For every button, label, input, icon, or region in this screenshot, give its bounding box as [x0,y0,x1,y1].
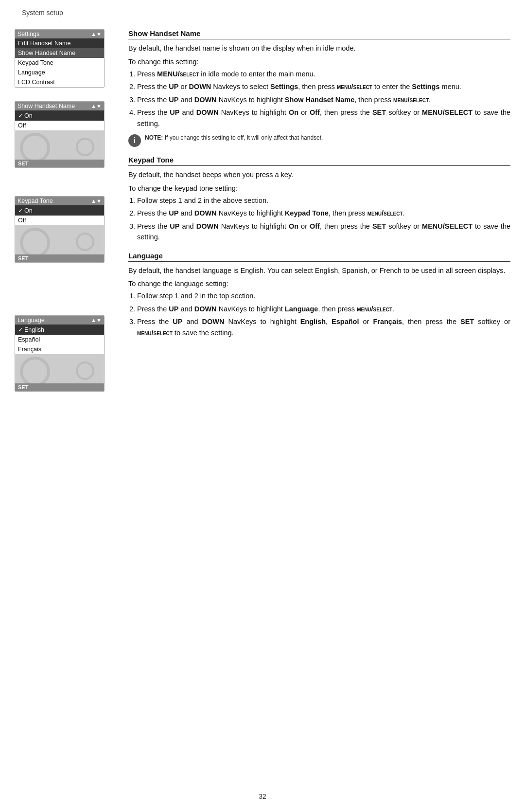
keypad-tone-off: Off [15,216,104,225]
kt-bold-keypad: Keypad Tone [285,209,329,217]
show-handset-title: Show Handset Name ▲▼ [15,102,104,110]
language-espanol: Español [15,335,104,344]
keypad-tone-step-3: Press the UP and DOWN NavKeys to highlig… [137,221,510,243]
kt-bold-down: DOWN [194,209,217,217]
settings-screen: Settings ▲▼ Edit Handset Name Show Hands… [15,29,105,88]
language-steps: Follow step 1 and 2 in the top section. … [137,290,510,338]
bold-down: DOWN [189,83,211,90]
note-label: NOTE: [145,134,165,141]
settings-title-label: Settings [18,31,39,37]
language-english: English [15,325,104,335]
show-handset-title-label: Show Handset Name [18,103,75,109]
keypad-tone-title: Keypad Tone ▲▼ [15,197,104,205]
language-section-title: Language [128,252,510,262]
bold-up3: UP [170,108,179,116]
settings-item-show: Show Handset Name [15,48,104,58]
kt-bold-down2: DOWN [196,222,219,230]
lang-smallcaps: menu/select [357,305,392,313]
show-handset-body: By default, the handset name is shown on… [128,43,510,54]
settings-item-lcd: LCD Contrast [15,77,104,87]
bold-down2: DOWN [194,96,217,104]
language-title-label: Language [18,317,45,324]
language-arrow-icon: ▲▼ [91,317,102,323]
language-step-3: Press the UP and DOWN NavKeys to highlig… [137,316,510,338]
bold-menu: MENU/select [157,70,199,78]
show-handset-steps: Press MENU/select in idle mode to enter … [137,69,510,129]
settings-arrow-icon: ▲▼ [91,31,102,37]
show-handset-off: Off [15,121,104,130]
bold-up: UP [169,83,178,90]
show-handset-decor [15,130,104,160]
smallcaps-menu-select2: menu/select [393,96,429,104]
language-decor [15,354,104,383]
language-body: By default, the handset language is Engl… [128,266,510,276]
lang-smallcaps-menu-select: menu/select [137,329,173,337]
settings-item-language: Language [15,68,104,77]
keypad-tone-section-title: Keypad Tone [128,156,510,166]
keypad-tone-step-1: Follow steps 1 and 2 in the above sectio… [137,195,510,206]
settings-item-keypad: Keypad Tone [15,58,104,68]
note-icon: i [128,134,141,147]
show-handset-step-1: Press MENU/select in idle mode to enter … [137,69,510,79]
keypad-tone-screen: Keypad Tone ▲▼ On Off SET [15,196,105,263]
language-softkey: SET [15,383,104,391]
smallcaps-select: SELECT [445,108,472,116]
bold-show-handset: Show Handset Name [285,96,354,104]
bold-settings2: Settings [412,83,439,90]
show-handset-screen: Show Handset Name ▲▼ On Off SET [15,101,105,168]
left-column: Settings ▲▼ Edit Handset Name Show Hands… [15,29,112,394]
language-screen: Language ▲▼ English Español Français SET [15,315,105,392]
lang-bold-up2: UP [173,318,182,325]
show-handset-intro: To change this setting: [128,58,510,66]
language-title: Language ▲▼ [15,316,104,325]
keypad-tone-softkey: SET [15,254,104,262]
keypad-tone-body: By default, the handset beeps when you p… [128,170,510,180]
kt-bold-on: On [289,222,298,230]
note-content: If you change this setting to off, it wi… [165,134,323,141]
lang-bold-language: Language [285,305,318,313]
show-handset-section-title: Show Handset Name [128,29,510,39]
language-section: Language By default, the handset languag… [128,252,510,339]
kt-bold-menu: MENU/ [422,222,445,230]
lang-bold-set: SET [460,318,474,325]
keypad-tone-on: On [15,205,104,216]
bold-off: Off [310,108,320,116]
bold-on: On [289,108,298,116]
language-step-2: Press the UP and DOWN NavKeys to highlig… [137,304,510,314]
language-step-1: Follow step 1 and 2 in the top section. [137,290,510,301]
bold-menu2: MENU/ [422,108,445,116]
page-header: System setup [22,9,63,17]
show-handset-step-2: Press the UP or DOWN Navkeys to select S… [137,81,510,92]
lang-bold-down2: DOWN [202,318,225,325]
keypad-tone-steps: Follow steps 1 and 2 in the above sectio… [137,195,510,243]
keypad-tone-arrow-icon: ▲▼ [91,198,102,204]
kt-smallcaps: menu/select [368,209,403,217]
keypad-tone-title-label: Keypad Tone [18,198,53,204]
kt-bold-off: Off [310,222,320,230]
kt-bold-up: UP [169,209,178,217]
kt-smallcaps-select: SELECT [445,222,472,230]
lang-bold-espanol: Español [332,318,359,325]
settings-item-edit: Edit Handset Name [15,38,104,48]
show-handset-step-4: Press the UP and DOWN NavKeys to highlig… [137,107,510,129]
show-handset-section: Show Handset Name By default, the handse… [128,29,510,147]
keypad-tone-step-2: Press the UP and DOWN NavKeys to highlig… [137,208,510,218]
show-handset-arrow-icon: ▲▼ [91,103,102,109]
lang-bold-up: UP [169,305,178,313]
note-text: NOTE: If you change this setting to off,… [145,134,323,142]
keypad-tone-intro: To change the keypad tone setting: [128,184,510,192]
show-handset-on: On [15,110,104,121]
kt-bold-set: SET [372,222,386,230]
bold-down3: DOWN [196,108,219,116]
bold-set: SET [372,108,386,116]
page-number: 32 [259,793,266,800]
lang-bold-francais: Français [373,318,402,325]
bold-up2: UP [169,96,178,104]
lang-bold-english: English [300,318,326,325]
language-intro: To change the language setting: [128,280,510,288]
kt-bold-up2: UP [170,222,179,230]
keypad-tone-section: Keypad Tone By default, the handset beep… [128,156,510,243]
settings-screen-title: Settings ▲▼ [15,30,104,38]
smallcaps-menu-select: menu/select [337,83,372,90]
bold-settings: Settings [270,83,298,90]
